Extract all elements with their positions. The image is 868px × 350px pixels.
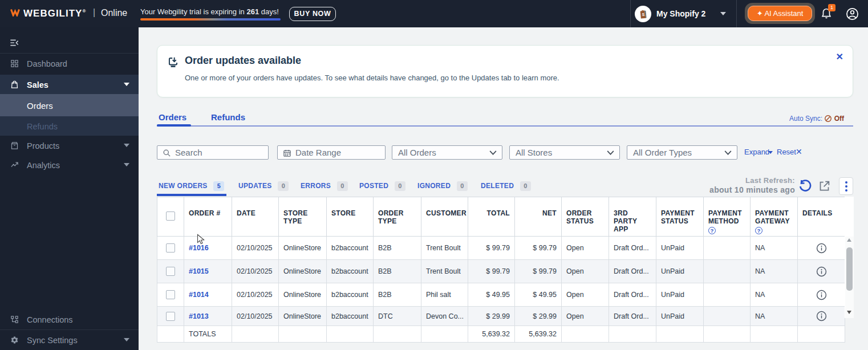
svg-text:S: S [642,13,645,17]
